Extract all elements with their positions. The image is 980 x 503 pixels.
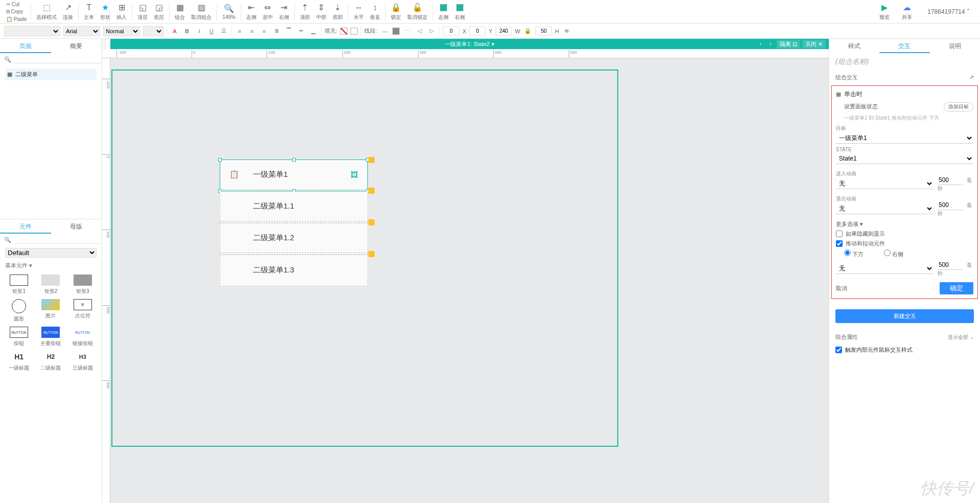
h-input[interactable] — [535, 27, 552, 36]
widget-ellipse[interactable]: 圆形 — [5, 299, 33, 323]
bring-front-button[interactable]: ◱顶层 — [134, 2, 151, 22]
trigger-inner-checkbox[interactable] — [835, 347, 842, 353]
push-anim-select[interactable]: 无 — [836, 263, 934, 274]
drag-handle-icon[interactable]: ▦ — [836, 91, 841, 98]
more-options-toggle[interactable]: 更多选项 ▾ — [836, 220, 863, 228]
lock-button[interactable]: 🔒锁定 — [388, 2, 404, 22]
bullets-button[interactable]: ☰ — [219, 27, 228, 36]
align-right-button[interactable]: ⇥右侧 — [276, 2, 292, 22]
widget-rect2[interactable]: 矩形2 — [37, 275, 64, 295]
tab-notes[interactable]: 说明 — [930, 39, 980, 53]
tab-outline[interactable]: 概要 — [51, 39, 102, 53]
widget-name-input[interactable]: (组合名称) — [829, 53, 980, 71]
widget-link-button[interactable]: BUTTON链接按钮 — [69, 327, 97, 347]
y-input[interactable] — [469, 27, 485, 36]
valign-mid[interactable]: ━ — [296, 27, 306, 36]
tab-style[interactable]: 样式 — [829, 39, 879, 53]
stroke-width-button[interactable]: — — [380, 27, 389, 36]
fill-none-swatch[interactable] — [340, 28, 347, 35]
select-mode-button[interactable]: ⬚选择模式 — [33, 2, 60, 22]
section-basic-label[interactable]: 基本元件 ▾ — [0, 260, 102, 271]
open-ix-icon[interactable]: ↗ — [969, 74, 974, 81]
widget-button[interactable]: BUTTON按钮 — [5, 327, 33, 347]
tab-pages[interactable]: 页面 — [0, 39, 51, 53]
x-input[interactable] — [443, 27, 459, 36]
font-style-select[interactable]: Normal — [103, 26, 140, 36]
tab-interactions[interactable]: 交互 — [879, 39, 929, 53]
align-left-button[interactable]: ⇤左侧 — [243, 2, 260, 22]
text-align-center[interactable]: ≡ — [247, 27, 256, 36]
valign-top[interactable]: ▔ — [284, 27, 293, 36]
target-select[interactable]: 一级菜单1 — [836, 133, 973, 144]
text-button[interactable]: T文本 — [81, 2, 97, 22]
font-size-select[interactable] — [143, 26, 164, 36]
align-middle-button[interactable]: ⇕中部 — [313, 2, 330, 22]
align-bottom-button[interactable]: ⇣底部 — [330, 2, 346, 22]
underline-button[interactable]: U — [207, 27, 216, 36]
state-prev-icon[interactable]: ‹ — [757, 40, 765, 49]
anim-in-duration-input[interactable] — [938, 175, 963, 185]
guide-right-button[interactable]: 右侧 — [452, 2, 468, 22]
add-target-button[interactable]: 添加目标 — [944, 102, 973, 111]
arrow-start-button[interactable]: ◁ — [415, 27, 424, 36]
push-right-radio[interactable]: 右侧 — [884, 249, 903, 258]
font-color-button[interactable]: A — [170, 27, 179, 36]
isolate-button[interactable]: 隔离 ⊡ — [777, 40, 800, 49]
anim-out-duration-input[interactable] — [938, 200, 963, 210]
close-state-button[interactable]: 关闭 ✕ — [802, 40, 826, 49]
insert-button[interactable]: ⊞插入 — [113, 2, 130, 22]
align-top-button[interactable]: ⇡顶部 — [297, 2, 313, 22]
widget-menu2-1[interactable]: 二级菜单1.1 ⚡ — [220, 191, 368, 223]
action-set-panel-state[interactable]: 设置面板状态 — [836, 103, 878, 110]
valign-bot[interactable]: ▁ — [309, 27, 318, 36]
page-item[interactable]: ▦ 二级菜单 — [5, 68, 97, 80]
widget-placeholder[interactable]: ✕占位符 — [69, 299, 97, 323]
w-input[interactable] — [496, 27, 512, 36]
widget-menu2-2[interactable]: 二级菜单1.2 ⚡ — [220, 223, 368, 255]
widget-search-input[interactable] — [14, 236, 101, 244]
library-select[interactable]: Default — [5, 248, 97, 258]
text-align-left[interactable]: ≡ — [235, 27, 244, 36]
page-search-input[interactable] — [14, 55, 101, 63]
account-dropdown[interactable]: 17864197714 ˅ — [921, 8, 976, 15]
shape-button[interactable]: ★形状 — [97, 2, 113, 22]
widget-rect3[interactable]: 矩形3 — [69, 275, 97, 295]
event-onclick[interactable]: 单击时 — [844, 90, 862, 99]
widget-h2[interactable]: H2二级标题 — [37, 351, 64, 372]
send-back-button[interactable]: ◲底层 — [151, 2, 167, 22]
show-if-hidden-checkbox[interactable] — [836, 231, 843, 237]
widget-h3[interactable]: H3三级标题 — [69, 351, 97, 372]
text-align-right[interactable]: ≡ — [260, 27, 269, 36]
push-below-radio[interactable]: 下方 — [844, 249, 864, 258]
guide-left-button[interactable]: 左侧 — [435, 2, 452, 22]
state-title-dropdown[interactable]: 一级菜单1: State2 ▾ — [445, 40, 494, 48]
share-button[interactable]: ☁共享 — [899, 2, 915, 22]
preview-button[interactable]: ▶预览 — [876, 2, 893, 22]
copy-button[interactable]: ⧉ Copy — [4, 8, 29, 15]
ungroup-button[interactable]: ▨取消组合 — [188, 2, 215, 22]
dist-h-button[interactable]: ↔水平 — [351, 2, 367, 22]
align-center-button[interactable]: ⇔居中 — [260, 2, 276, 22]
widget-h1[interactable]: H1一级标题 — [5, 351, 33, 372]
arrow-end-button[interactable]: ▷ — [427, 27, 436, 36]
fill-color-swatch[interactable] — [351, 28, 358, 35]
push-pull-checkbox[interactable] — [836, 240, 843, 247]
zoom-dropdown[interactable]: 🔍149% — [219, 2, 239, 21]
italic-button[interactable]: I — [195, 27, 204, 36]
stroke-color-swatch[interactable] — [392, 28, 400, 35]
state-select[interactable]: State1 — [836, 153, 973, 164]
connect-button[interactable]: ↗连接 — [60, 2, 76, 22]
widget-image[interactable]: 图片 — [37, 299, 64, 323]
push-duration-input[interactable] — [938, 260, 963, 270]
anim-out-select[interactable]: 无 — [836, 203, 934, 214]
text-align-justify[interactable]: ≣ — [272, 27, 281, 36]
cancel-button[interactable]: 取消 — [836, 285, 847, 292]
stroke-style-button[interactable]: ⋯ — [403, 27, 412, 36]
selected-widget-menu1[interactable]: 📋 一级菜单1 🖼 ⚡ ⚡ — [220, 159, 368, 191]
anim-in-select[interactable]: 无 — [836, 178, 934, 189]
tab-widgets[interactable]: 元件 — [0, 219, 51, 234]
confirm-button[interactable]: 确定 — [940, 282, 973, 294]
cut-button[interactable]: ✂ Cut — [4, 1, 29, 8]
state-next-icon[interactable]: › — [766, 40, 775, 49]
new-interaction-button[interactable]: 新建交互 — [835, 309, 974, 323]
